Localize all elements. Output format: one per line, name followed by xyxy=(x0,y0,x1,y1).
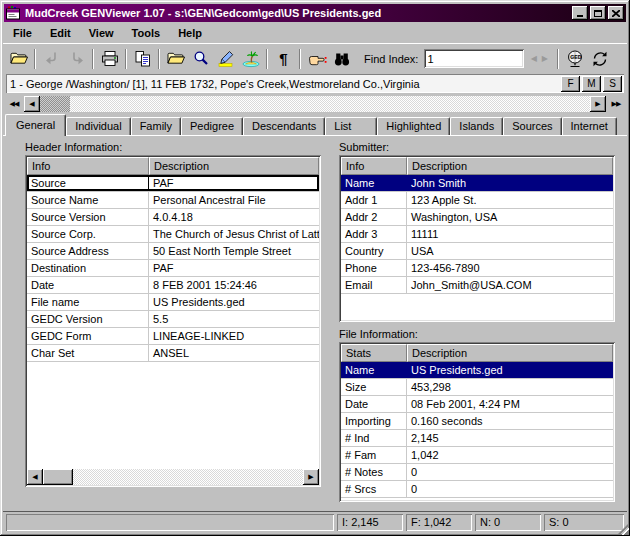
back-button[interactable] xyxy=(39,47,64,71)
table-row[interactable]: # Srcs0 xyxy=(341,481,613,498)
current-record-text: 1 - George /Washington/ [1], 11 FEB 1732… xyxy=(6,77,561,91)
tab-highlighted[interactable]: Highlighted xyxy=(377,117,450,135)
table-row[interactable]: Source Corp.The Church of Jesus Christ o… xyxy=(27,226,319,243)
tab-descendants[interactable]: Descendants xyxy=(243,117,325,135)
maximize-button[interactable] xyxy=(590,6,606,20)
table-row[interactable]: Importing0.160 seconds xyxy=(341,413,613,430)
table-row[interactable]: # Fam1,042 xyxy=(341,447,613,464)
scroll-right-button[interactable]: ▶ xyxy=(303,469,319,485)
forward-button[interactable] xyxy=(64,47,89,71)
table-row[interactable]: NameJohn Smith xyxy=(341,175,613,192)
last-record-button[interactable]: ▶▶ xyxy=(608,100,624,108)
table-row[interactable]: SourcePAF xyxy=(27,175,319,192)
paragraph-button[interactable]: ¶ xyxy=(271,47,296,71)
column-header-description[interactable]: Description xyxy=(407,344,613,362)
column-header-description[interactable]: Description xyxy=(149,157,319,175)
scroll-right-button[interactable]: ▶ xyxy=(590,96,606,112)
table-row[interactable]: Addr 2Washington, USA xyxy=(341,209,613,226)
copy-button[interactable] xyxy=(130,47,155,71)
table-row[interactable]: GEDC Version5.5 xyxy=(27,311,319,328)
table-row[interactable]: NameUS Presidents.ged xyxy=(341,362,613,379)
column-header-info[interactable]: Info xyxy=(27,157,149,175)
table-row[interactable]: Source Version4.0.4.18 xyxy=(27,209,319,226)
table-row[interactable]: Phone123-456-7890 xyxy=(341,260,613,277)
tab-internet[interactable]: Internet xyxy=(562,117,617,135)
table-cell: Country xyxy=(341,243,407,259)
scroll-left-button[interactable]: ◀ xyxy=(27,469,43,485)
menu-help[interactable]: Help xyxy=(169,25,211,41)
table-cell: PAF xyxy=(149,260,319,276)
table-cell: GEDC Form xyxy=(27,328,149,344)
record-scrollbar-track[interactable] xyxy=(70,96,590,112)
table-cell: # Ind xyxy=(341,430,407,446)
tab-sources[interactable]: Sources xyxy=(503,117,561,135)
table-row[interactable]: EmailJohn_Smith@USA.COM xyxy=(341,277,613,294)
first-record-button[interactable]: ◀◀ xyxy=(6,100,22,108)
zoom-button[interactable] xyxy=(188,47,213,71)
table-row[interactable]: Source NamePersonal Ancestral File xyxy=(27,192,319,209)
menu-tools[interactable]: Tools xyxy=(123,25,170,41)
find-index-input[interactable] xyxy=(424,49,524,68)
status-sources-panel: S: 0 xyxy=(544,514,624,531)
column-header-description[interactable]: Description xyxy=(407,157,613,175)
print-button[interactable] xyxy=(97,47,122,71)
table-cell: Source Version xyxy=(27,209,149,225)
record-scrollbar[interactable]: ◀ ▶ xyxy=(24,96,606,112)
toolbar-separator xyxy=(266,49,268,69)
table-row[interactable]: Date8 FEB 2001 15:24:46 xyxy=(27,277,319,294)
table-cell: 4.0.4.18 xyxy=(149,209,319,225)
table-row[interactable]: Source Address50 East North Temple Stree… xyxy=(27,243,319,260)
table-row[interactable]: # Notes0 xyxy=(341,464,613,481)
find-button[interactable] xyxy=(329,47,354,71)
father-button[interactable]: F xyxy=(561,76,580,92)
menu-edit[interactable]: Edit xyxy=(41,25,80,41)
table-cell: ANSEL xyxy=(149,345,319,361)
tab-islands[interactable]: Islands xyxy=(450,117,503,135)
title-bar[interactable]: MudCreek GENViewer 1.07 - s:\GEN\Gedcom\… xyxy=(4,4,626,22)
table-row[interactable]: Addr 1123 Apple St. xyxy=(341,192,613,209)
table-row[interactable]: Size453,298 xyxy=(341,379,613,396)
table-cell: 123 Apple St. xyxy=(407,192,613,208)
browse-button[interactable] xyxy=(163,47,188,71)
table-cell: 453,298 xyxy=(407,379,613,395)
refresh-button[interactable] xyxy=(587,47,612,71)
tab-general[interactable]: General xyxy=(5,114,66,136)
open-file-button[interactable] xyxy=(6,47,31,71)
spouse-button[interactable]: S xyxy=(603,76,622,92)
table-cell: # Fam xyxy=(341,447,407,463)
gedcom-button[interactable]: GED xyxy=(562,47,587,71)
mother-button[interactable]: M xyxy=(582,76,601,92)
toolbar-separator xyxy=(92,49,94,69)
table-cell: USA xyxy=(407,243,613,259)
table-row[interactable]: File nameUS Presidents.ged xyxy=(27,294,319,311)
table-row[interactable]: GEDC FormLINEAGE-LINKED xyxy=(27,328,319,345)
column-header-info[interactable]: Info xyxy=(341,157,407,175)
table-cell: Importing xyxy=(341,413,407,429)
table-row[interactable]: Char SetANSEL xyxy=(27,345,319,362)
menu-file[interactable]: File xyxy=(4,25,41,41)
index-next-button[interactable]: ▶ xyxy=(539,51,550,67)
table-row[interactable]: DestinationPAF xyxy=(27,260,319,277)
table-row[interactable]: Addr 311111 xyxy=(341,226,613,243)
index-prev-button[interactable]: ◀ xyxy=(528,51,539,67)
table-row[interactable]: Date08 Feb 2001, 4:24 PM xyxy=(341,396,613,413)
table-cell: Source Address xyxy=(27,243,149,259)
tab-list[interactable]: List xyxy=(325,117,377,135)
header-table-scroll-track[interactable] xyxy=(73,469,303,485)
goto-record-button[interactable] xyxy=(304,47,329,71)
tab-family[interactable]: Family xyxy=(131,117,181,135)
scroll-left-button[interactable]: ◀ xyxy=(24,96,40,112)
islands-button[interactable] xyxy=(238,47,263,71)
highlight-button[interactable] xyxy=(213,47,238,71)
record-scrollbar-thumb[interactable] xyxy=(40,96,70,112)
close-button[interactable] xyxy=(608,6,624,20)
table-row[interactable]: CountryUSA xyxy=(341,243,613,260)
minimize-button[interactable] xyxy=(572,6,588,20)
header-table-scroll-thumb[interactable] xyxy=(43,469,73,485)
tab-pedigree[interactable]: Pedigree xyxy=(181,117,243,135)
table-row[interactable]: # Ind2,145 xyxy=(341,430,613,447)
menu-view[interactable]: View xyxy=(80,25,123,41)
column-header-stats[interactable]: Stats xyxy=(341,344,407,362)
tab-individual[interactable]: Individual xyxy=(66,117,130,135)
header-table-hscrollbar[interactable]: ◀ ▶ xyxy=(27,469,319,485)
